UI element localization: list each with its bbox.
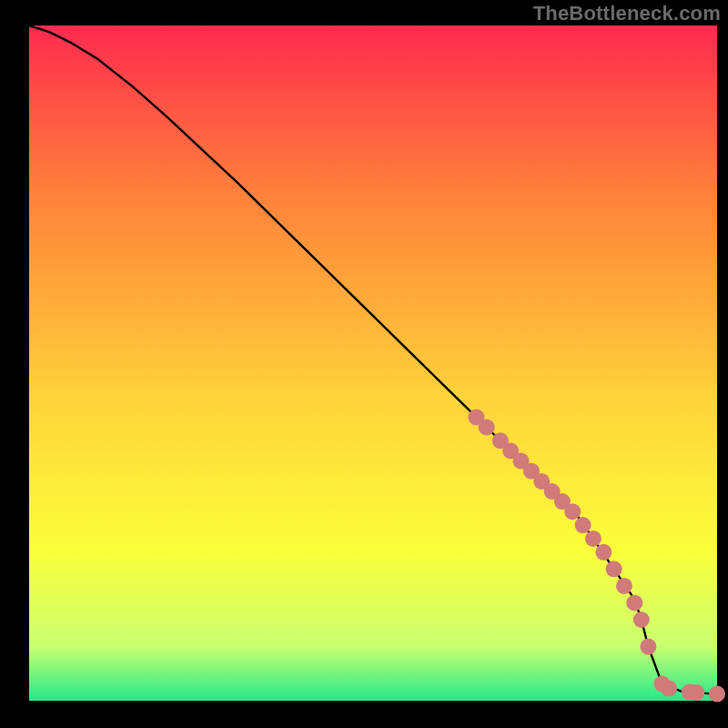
plot-background <box>29 25 717 701</box>
marker-dot <box>640 639 656 655</box>
marker-dot <box>633 612 650 628</box>
marker-dot <box>575 517 592 533</box>
marker-dot <box>626 594 642 611</box>
marker-dot <box>616 578 632 594</box>
marker-dot <box>585 531 602 547</box>
chart-frame: { "watermark": "TheBottleneck.com", "col… <box>0 0 728 728</box>
marker-dot <box>688 684 704 701</box>
marker-dot <box>606 561 622 577</box>
marker-dot <box>595 544 612 561</box>
marker-dot <box>564 503 581 520</box>
marker-dot <box>479 420 495 436</box>
chart-svg <box>0 0 728 728</box>
marker-dot <box>709 686 725 703</box>
marker-dot <box>661 681 677 697</box>
